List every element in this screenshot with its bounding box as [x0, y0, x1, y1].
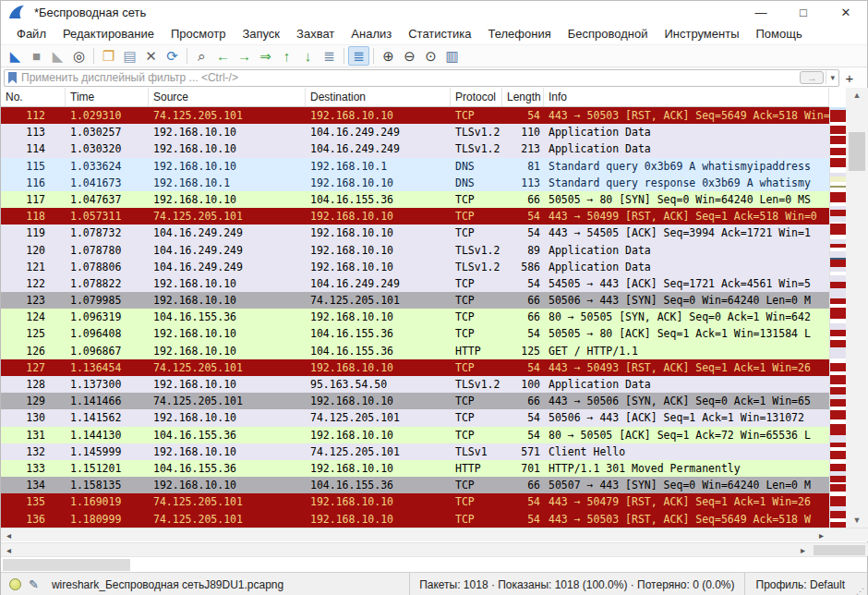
- start-capture-icon[interactable]: ◣: [5, 46, 26, 66]
- main-toolbar: ◣■◣◎❐▤✕⟳⌕←→⇒↑↓≣≣⊕⊖⊙▥: [1, 45, 867, 67]
- scroll-left-icon[interactable]: ◂: [1, 528, 17, 542]
- packet-row[interactable]: 1181.05731174.125.205.101192.168.10.10TC…: [1, 208, 829, 225]
- capture-options-icon[interactable]: ◎: [68, 46, 90, 66]
- column-header-source[interactable]: Source: [149, 88, 306, 106]
- find-packet-icon[interactable]: ⌕: [191, 46, 212, 66]
- packet-cell-time: 1.180999: [66, 511, 149, 528]
- zoom-in-icon[interactable]: ⊕: [378, 46, 399, 66]
- go-bottom-icon[interactable]: ↓: [297, 46, 319, 66]
- filter-bookmark-icon[interactable]: [8, 72, 17, 84]
- packet-row[interactable]: 1311.144130104.16.155.36192.168.10.10TCP…: [1, 427, 829, 443]
- packet-row[interactable]: 1281.137300192.168.10.1095.163.54.50TLSv…: [1, 376, 829, 393]
- zoom-out-icon[interactable]: ⊖: [399, 46, 420, 66]
- capture-comment-icon[interactable]: ✎: [29, 577, 39, 591]
- filter-dropdown-caret[interactable]: ▾: [826, 71, 838, 84]
- scroll-up-icon[interactable]: ▲: [846, 88, 868, 103]
- go-back-icon[interactable]: ←: [212, 46, 234, 66]
- go-top-icon[interactable]: ↑: [276, 46, 297, 66]
- title-bar: *Беспроводная сеть — □ ✕: [1, 1, 867, 23]
- scroll-right-icon[interactable]: ▸: [814, 528, 829, 542]
- go-to-packet-icon[interactable]: ⇒: [255, 46, 276, 66]
- packet-row[interactable]: 1171.047637192.168.10.10104.16.155.36TCP…: [1, 191, 829, 208]
- menu-item-8[interactable]: Беспроводной: [560, 24, 657, 43]
- packet-row[interactable]: 1201.078780104.16.249.249192.168.10.10TL…: [1, 242, 829, 259]
- splitter-thumb[interactable]: [3, 559, 130, 571]
- column-header-info[interactable]: Info: [544, 88, 829, 106]
- stop-capture-icon[interactable]: ■: [26, 46, 47, 66]
- reload-file-icon[interactable]: ⟳: [162, 46, 183, 66]
- packet-row[interactable]: 1301.141562192.168.10.1074.125.205.101TC…: [1, 409, 829, 426]
- packet-cell-no: 129: [1, 393, 66, 409]
- vertical-scrollbar[interactable]: ▲ ▼: [846, 88, 868, 528]
- packet-cell-src: 192.168.10.10: [149, 292, 306, 309]
- packet-minimap-scrollbar[interactable]: [829, 107, 846, 528]
- colorize-icon[interactable]: ≣: [348, 46, 369, 66]
- column-header-no[interactable]: No.: [1, 88, 66, 106]
- scroll-right-icon[interactable]: ▸: [795, 543, 811, 557]
- profile-selector[interactable]: Профиль: Default: [744, 573, 857, 595]
- packet-row[interactable]: 1341.158135192.168.10.10104.16.155.36TCP…: [1, 477, 829, 493]
- packet-row[interactable]: 1131.030257192.168.10.10104.16.249.249TL…: [1, 124, 829, 140]
- column-header-length[interactable]: Length: [502, 88, 544, 106]
- column-header-destination[interactable]: Destination: [306, 88, 451, 106]
- menu-item-2[interactable]: Просмотр: [163, 24, 234, 43]
- horizontal-scrollbar-1[interactable]: ◂ ▸: [1, 528, 868, 541]
- auto-scroll-icon[interactable]: ≣: [319, 46, 340, 66]
- packet-row[interactable]: 1151.033624192.168.10.10192.168.10.1DNS8…: [1, 158, 829, 175]
- packet-cell-no: 127: [1, 359, 66, 376]
- packet-cell-dst: 192.168.10.10: [306, 493, 451, 510]
- menu-item-0[interactable]: Файл: [8, 24, 54, 43]
- apply-filter-button[interactable]: →: [800, 71, 824, 84]
- menu-item-3[interactable]: Запуск: [234, 24, 288, 43]
- go-forward-icon[interactable]: →: [234, 46, 255, 66]
- packet-row[interactable]: 1331.151201104.16.155.36192.168.10.10HTT…: [1, 460, 829, 477]
- expert-info-icon[interactable]: [9, 578, 21, 590]
- packet-row[interactable]: 1121.02931074.125.205.101192.168.10.10TC…: [1, 107, 829, 124]
- packet-row[interactable]: 1221.078822192.168.10.10104.16.249.249TC…: [1, 275, 829, 292]
- packet-cell-len: 701: [502, 460, 544, 477]
- scroll-down-icon[interactable]: ▼: [846, 513, 868, 528]
- minimize-button[interactable]: —: [740, 1, 782, 23]
- packet-cell-time: 1.145999: [66, 443, 149, 460]
- save-file-icon[interactable]: ▤: [119, 46, 140, 66]
- column-header-time[interactable]: Time: [66, 88, 149, 106]
- packet-row[interactable]: 1271.13645474.125.205.101192.168.10.10TC…: [1, 359, 829, 376]
- packet-cell-no: 118: [1, 208, 66, 225]
- menu-item-5[interactable]: Анализ: [343, 24, 400, 43]
- packet-row[interactable]: 1211.078806104.16.249.249192.168.10.10TL…: [1, 259, 829, 275]
- display-filter-input[interactable]: [21, 71, 800, 84]
- menu-item-6[interactable]: Статистика: [400, 24, 479, 43]
- scroll-left-icon[interactable]: ◂: [1, 543, 17, 557]
- close-file-icon[interactable]: ✕: [140, 46, 162, 66]
- packet-row[interactable]: 1141.030320192.168.10.10104.16.249.249TL…: [1, 140, 829, 157]
- packet-row[interactable]: 1291.14146674.125.205.101192.168.10.10TC…: [1, 393, 829, 409]
- add-filter-button[interactable]: +: [839, 70, 860, 86]
- horizontal-scrollbar-thumb[interactable]: [814, 545, 865, 555]
- packet-row[interactable]: 1321.145999192.168.10.1074.125.205.101TL…: [1, 443, 829, 460]
- packet-cell-info: 443 → 50506 [SYN, ACK] Seq=0 Ack=1 Win=6…: [544, 393, 829, 409]
- maximize-button[interactable]: □: [782, 1, 825, 23]
- packet-row[interactable]: 1161.041673192.168.10.1192.168.10.10DNS1…: [1, 175, 829, 191]
- horizontal-scrollbar-2[interactable]: ◂ ▸: [1, 542, 868, 556]
- packet-row[interactable]: 1251.096408192.168.10.10104.16.155.36TCP…: [1, 325, 829, 342]
- close-button[interactable]: ✕: [825, 1, 867, 23]
- status-bar: ✎ wireshark_Беспроводная сетьJ89DU1.pcap…: [1, 572, 867, 595]
- menu-item-7[interactable]: Телефония: [479, 24, 559, 43]
- packet-row[interactable]: 1351.16901974.125.205.101192.168.10.10TC…: [1, 493, 829, 510]
- resize-columns-icon[interactable]: ▥: [441, 46, 463, 66]
- packet-row[interactable]: 1191.078732104.16.249.249192.168.10.10TC…: [1, 225, 829, 241]
- packet-row[interactable]: 1361.18099974.125.205.101192.168.10.10TC…: [1, 511, 829, 528]
- menu-item-9[interactable]: Инструменты: [656, 24, 747, 43]
- packet-row[interactable]: 1241.096319104.16.155.36192.168.10.10TCP…: [1, 309, 829, 325]
- zoom-reset-icon[interactable]: ⊙: [420, 46, 441, 66]
- packet-row[interactable]: 1261.096867192.168.10.10104.16.155.36HTT…: [1, 343, 829, 359]
- vertical-scrollbar-thumb[interactable]: [849, 132, 865, 171]
- menu-item-1[interactable]: Редактирование: [54, 24, 163, 43]
- menu-item-10[interactable]: Помощь: [748, 24, 811, 43]
- menu-item-4[interactable]: Захват: [288, 24, 343, 43]
- column-header-protocol[interactable]: Protocol: [451, 88, 502, 106]
- open-file-icon[interactable]: ❐: [98, 46, 119, 66]
- restart-capture-icon[interactable]: ◣: [47, 46, 68, 66]
- packet-row[interactable]: 1231.079985192.168.10.1074.125.205.101TC…: [1, 292, 829, 309]
- resize-grip[interactable]: ⋰: [856, 587, 867, 595]
